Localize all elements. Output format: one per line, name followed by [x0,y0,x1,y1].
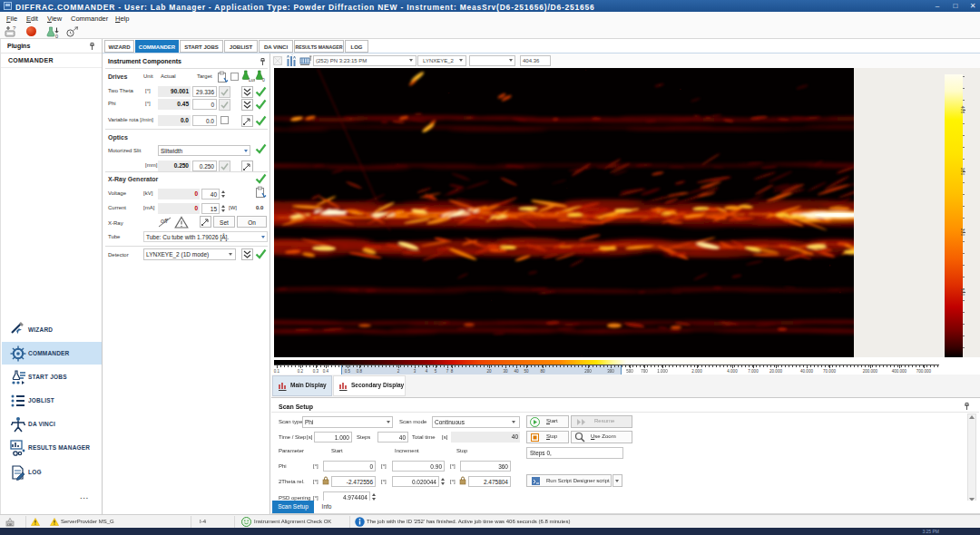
svg-text:?: ? [13,25,16,31]
svg-text:off: off [161,218,169,224]
svg-text:0: 0 [262,77,265,83]
svg-text:OK: OK [7,522,13,527]
svg-text:0: 0 [55,34,58,39]
svg-text:Lus: Lus [249,77,255,83]
